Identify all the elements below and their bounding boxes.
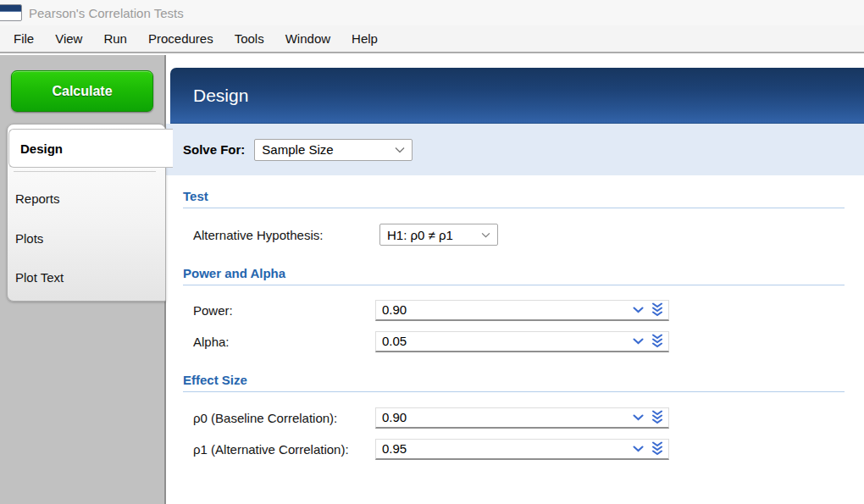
sidebar-tab-reports[interactable]: Reports [15, 189, 60, 209]
rho1-combo-field[interactable] [375, 439, 669, 460]
solve-for-dropdown[interactable]: Sample Size [254, 139, 413, 161]
row-rho1-alternative: ρ1 (Alternative Correlation): [166, 438, 864, 460]
solve-for-value: Sample Size [262, 142, 395, 157]
row-power: Power: [166, 299, 864, 321]
window-icon [0, 4, 22, 21]
menu-view[interactable]: View [55, 31, 82, 46]
chevron-down-icon[interactable] [633, 307, 644, 313]
section-heading-effect-size: Effect Size [183, 373, 845, 392]
menu-run[interactable]: Run [103, 31, 127, 46]
calculate-button[interactable]: Calculate [11, 70, 153, 112]
menu-window[interactable]: Window [285, 31, 330, 46]
double-chevron-down-icon[interactable] [651, 302, 663, 317]
menu-bar: File View Run Procedures Tools Window He… [0, 25, 864, 53]
power-input[interactable] [376, 302, 633, 317]
rho0-combo-field[interactable] [375, 407, 669, 429]
double-chevron-down-icon[interactable] [651, 410, 663, 424]
menu-help[interactable]: Help [352, 31, 378, 46]
solve-for-band: Solve For: Sample Size [166, 124, 864, 175]
sidebar-tab-design[interactable]: Design [8, 129, 173, 168]
double-chevron-down-icon[interactable] [651, 334, 663, 348]
window-title: Pearson's Correlation Tests [29, 6, 184, 20]
chevron-down-icon [481, 232, 490, 238]
sidebar-tab-plot-text[interactable]: Plot Text [15, 268, 64, 288]
menu-file[interactable]: File [14, 31, 34, 46]
main-panel: Design Solve For: Sample Size Test Alter… [166, 55, 864, 504]
alternative-hypothesis-dropdown[interactable]: H1: ρ0 ≠ ρ1 [379, 224, 498, 246]
power-combo-field[interactable] [375, 300, 669, 321]
rho1-label: ρ1 (Alternative Correlation): [193, 442, 349, 457]
solve-for-label: Solve For: [183, 142, 245, 157]
section-heading-power-and-alpha: Power and Alpha [183, 266, 845, 285]
menu-procedures[interactable]: Procedures [148, 31, 213, 46]
alpha-label: Alpha: [193, 335, 230, 349]
body-area: Design Solve For: Sample Size Test Alter… [0, 55, 864, 504]
double-chevron-down-icon[interactable] [651, 441, 663, 456]
panel-header: Design [170, 68, 864, 124]
sidebar: Calculate Design Reports Plots Plot Text [0, 55, 166, 504]
chevron-down-icon[interactable] [633, 446, 644, 452]
title-bar: Pearson's Correlation Tests [0, 0, 864, 25]
row-rho0-baseline: ρ0 (Baseline Correlation): [166, 407, 864, 429]
row-alpha: Alpha: [166, 330, 864, 352]
alpha-combo-field[interactable] [375, 331, 669, 352]
chevron-down-icon [395, 147, 405, 153]
panel-title: Design [193, 86, 248, 106]
sidebar-tab-plots[interactable]: Plots [15, 229, 43, 249]
alpha-input[interactable] [376, 334, 633, 348]
panel-content: Test Alternative Hypothesis: H1: ρ0 ≠ ρ1… [166, 175, 864, 504]
row-alternative-hypothesis: Alternative Hypothesis: H1: ρ0 ≠ ρ1 [166, 224, 864, 246]
alternative-hypothesis-label: Alternative Hypothesis: [193, 228, 323, 242]
tab-separator [14, 171, 156, 172]
rho0-label: ρ0 (Baseline Correlation): [193, 411, 337, 425]
chevron-down-icon[interactable] [633, 338, 644, 345]
menu-tools[interactable]: Tools [235, 31, 264, 46]
power-label: Power: [193, 303, 233, 318]
alternative-hypothesis-value: H1: ρ0 ≠ ρ1 [387, 228, 481, 242]
rho0-input[interactable] [376, 410, 633, 424]
section-heading-test: Test [183, 189, 845, 208]
chevron-down-icon[interactable] [633, 414, 644, 421]
rho1-input[interactable] [376, 441, 633, 456]
